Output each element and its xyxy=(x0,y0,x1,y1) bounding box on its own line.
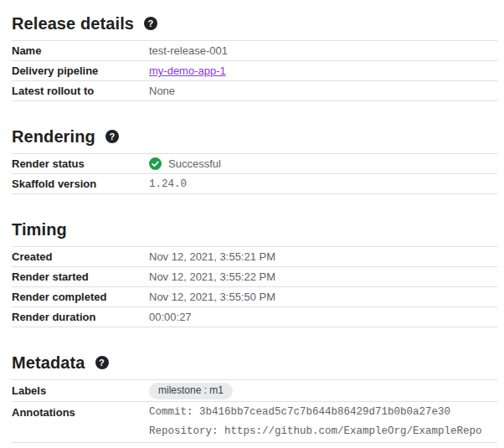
table-row-annotations: Annotations Commit: 3b416bb7cead5c7c7b64… xyxy=(12,402,497,443)
section-title: Rendering xyxy=(12,126,95,147)
row-label: Render started xyxy=(12,270,149,283)
section-title-rendering: Rendering ? xyxy=(12,126,497,147)
table-row-render-status: Render status Successful xyxy=(12,154,497,174)
table-row-delivery-pipeline: Delivery pipeline my-demo-app-1 xyxy=(12,61,497,81)
page-title: Release details xyxy=(12,13,134,33)
latest-rollout-value: None xyxy=(149,85,175,97)
annotation-repository: Repository: https://github.com/ExampleOr… xyxy=(149,422,482,441)
row-label: Skaffold version xyxy=(12,178,149,190)
render-completed-value: Nov 12, 2021, 3:55:50 PM xyxy=(149,291,275,303)
table-row-render-duration: Render duration 00:00:27 xyxy=(12,307,497,327)
help-icon[interactable]: ? xyxy=(144,17,157,30)
row-label: Name xyxy=(12,44,149,57)
row-label: Render status xyxy=(12,157,149,170)
rendering-table: Render status Successful Skaffold versio… xyxy=(12,153,497,194)
section-title-metadata: Metadata ? xyxy=(12,353,497,373)
help-icon[interactable]: ? xyxy=(105,130,119,143)
section-title: Timing xyxy=(12,219,67,239)
annotation-commit: Commit: 3b416bb7cead5c7c7b644b86429d71b0… xyxy=(149,403,482,422)
row-label: Labels xyxy=(12,384,149,397)
table-row-render-completed: Render completed Nov 12, 2021, 3:55:50 P… xyxy=(12,287,497,307)
render-status-value: Successful xyxy=(149,157,221,170)
annotations-value: Commit: 3b416bb7cead5c7c7b644b86429d71b0… xyxy=(149,403,482,441)
row-label: Render completed xyxy=(12,291,149,303)
delivery-pipeline-link[interactable]: my-demo-app-1 xyxy=(149,64,226,77)
table-row-render-started: Render started Nov 12, 2021, 3:55:22 PM xyxy=(12,267,497,287)
label-chip: milestone : m1 xyxy=(149,383,233,399)
row-label: Delivery pipeline xyxy=(12,64,149,77)
metadata-table: Labels milestone : m1 Annotations Commit… xyxy=(12,379,497,443)
created-value: Nov 12, 2021, 3:55:21 PM xyxy=(149,250,275,263)
section-rendering: Rendering ? Render status Successful Ska… xyxy=(12,126,497,194)
render-duration-value: 00:00:27 xyxy=(149,311,192,323)
release-name-value: test-release-001 xyxy=(149,44,228,57)
table-row-created: Created Nov 12, 2021, 3:55:21 PM xyxy=(12,247,497,267)
render-started-value: Nov 12, 2021, 3:55:22 PM xyxy=(149,270,275,283)
section-release-details: Release details ? Name test-release-001 … xyxy=(12,13,497,101)
timing-table: Created Nov 12, 2021, 3:55:21 PM Render … xyxy=(12,246,497,327)
check-circle-icon xyxy=(149,157,162,170)
table-row-skaffold-version: Skaffold version 1.24.0 xyxy=(12,174,497,194)
table-row-latest-rollout: Latest rollout to None xyxy=(12,81,497,101)
skaffold-version-value: 1.24.0 xyxy=(149,178,187,190)
labels-value: milestone : m1 xyxy=(149,383,233,399)
section-title: Metadata xyxy=(12,353,85,373)
section-timing: Timing Created Nov 12, 2021, 3:55:21 PM … xyxy=(12,219,497,327)
status-badge: Successful xyxy=(168,157,221,170)
row-label: Latest rollout to xyxy=(12,85,149,97)
section-title-release-details: Release details ? xyxy=(12,13,497,33)
section-metadata: Metadata ? Labels milestone : m1 Annotat… xyxy=(12,353,497,443)
table-row-name: Name test-release-001 xyxy=(12,41,497,61)
help-icon[interactable]: ? xyxy=(95,356,109,369)
row-label: Created xyxy=(12,250,149,263)
table-row-labels: Labels milestone : m1 xyxy=(12,380,497,402)
row-label: Render duration xyxy=(12,311,149,323)
section-title-timing: Timing xyxy=(12,219,497,239)
row-label: Annotations xyxy=(12,403,149,422)
release-details-table: Name test-release-001 Delivery pipeline … xyxy=(12,40,497,101)
